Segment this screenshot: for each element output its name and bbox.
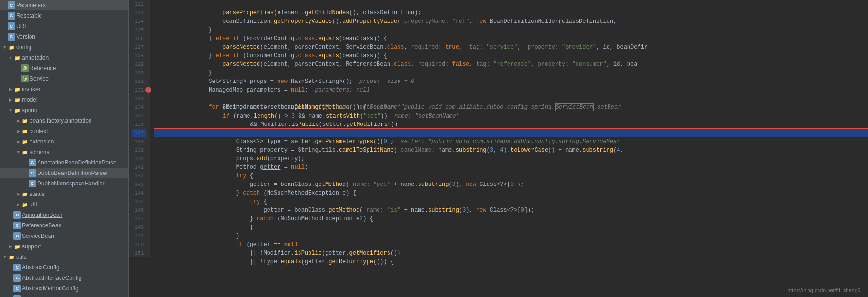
code-line-124: } <box>154 17 868 26</box>
sidebar-item-label: extension <box>30 138 54 145</box>
sidebar-item-dubbo-bean[interactable]: C DubboBeanDefinitionParser <box>0 168 128 178</box>
class-icon: C <box>8 22 15 30</box>
sidebar-item-annotation-bean[interactable]: C AnnotationBean <box>0 210 128 220</box>
code-line-134: if (name.length() > 3 && name.startsWith… <box>154 103 868 112</box>
sidebar-item-url[interactable]: C URL <box>0 21 128 31</box>
code-content: parseProperties(element.getChildNodes(),… <box>150 0 868 257</box>
code-line-140: Method getter = null; <box>154 154 868 163</box>
expand-icon <box>8 286 13 291</box>
expand-icon <box>2 2 8 8</box>
sidebar-item-label: support <box>22 243 41 250</box>
class-icon: C <box>13 295 21 297</box>
sidebar-item-resetable[interactable]: C Resetable <box>0 10 128 21</box>
folder-icon: 📁 <box>8 43 15 51</box>
expand-icon <box>2 23 8 29</box>
file-tree[interactable]: C Parameters C Resetable C URL C Version… <box>0 0 129 297</box>
code-line-148: } <box>154 223 868 232</box>
sidebar-item-model[interactable]: ▶ 📁 model <box>0 94 128 105</box>
sidebar-item-label: ReferenceBean <box>22 222 61 229</box>
sidebar-item-label: spring <box>22 107 38 113</box>
sidebar-item-service-bean[interactable]: C ServiceBean <box>0 231 128 241</box>
sidebar-item-label: Resetable <box>16 12 42 19</box>
code-editor[interactable]: 122 123 124 125 126 127 128 129 130 131 … <box>129 0 868 297</box>
sidebar-item-spring[interactable]: ▼ 📁 spring <box>0 105 128 115</box>
folder-icon: 📁 <box>8 253 15 261</box>
code-line-133: String name = setter.getName(); name: "s… <box>154 94 868 103</box>
sidebar-item-beans-factory[interactable]: ▶ 📁 beans.factory.annotation <box>0 115 128 126</box>
sidebar-item-status[interactable]: ▶ 📁 status <box>0 189 128 199</box>
code-line-141: try { <box>154 163 868 172</box>
code-line-150: || !Modifier.isPublic(getter.getModifier… <box>154 240 868 249</box>
expand-icon <box>8 265 13 270</box>
sidebar-item-service[interactable]: @ Service <box>0 73 128 84</box>
expand-icon <box>23 181 29 186</box>
sidebar-item-schema[interactable]: ▼ 📁 schema <box>0 147 128 157</box>
expand-icon <box>2 34 8 40</box>
sidebar-item-context[interactable]: ▶ 📁 context <box>0 126 128 136</box>
expand-icon <box>15 65 21 71</box>
sidebar-item-reference-bean[interactable]: C ReferenceBean <box>0 220 128 231</box>
sidebar-item-config[interactable]: ▼ 📁 config <box>0 42 128 52</box>
code-line-145: getter = beanClass.getMethod( name: "is"… <box>154 197 868 206</box>
sidebar-item-label: Parameters <box>16 2 46 9</box>
sidebar-item-dubbo-ns[interactable]: C DubboNamespaceHandler <box>0 178 128 189</box>
folder-icon: 📁 <box>21 190 29 198</box>
sidebar-item-reference[interactable]: @ Reference <box>0 63 128 73</box>
sidebar-item-label: DubboNamespaceHandler <box>37 180 104 187</box>
code-line-143: } catch (NoSuchMethodException e) { <box>154 180 868 189</box>
sidebar-item-annotation[interactable]: ▼ 📁 annotation <box>0 52 128 63</box>
sidebar-item-label: Reference <box>30 65 56 72</box>
sidebar-item-abstract-method[interactable]: C AbstractMethodConfig <box>0 283 128 294</box>
class-icon: C <box>8 1 15 9</box>
code-line-151: || !type.equals(getter.getReturnType()))… <box>154 249 868 257</box>
class-icon: C <box>29 180 36 187</box>
folder-icon: 📁 <box>13 106 21 114</box>
sidebar-item-parameters[interactable]: C Parameters <box>0 0 128 10</box>
expand-icon: ▶ <box>15 202 21 207</box>
code-line-149: if (getter == null <box>154 232 868 240</box>
sidebar-item-abstract-config[interactable]: C AbstractConfig <box>0 262 128 273</box>
code-line-131: ManagedMap parameters = null; parameters… <box>154 77 868 86</box>
sidebar-item-extension[interactable]: ▶ 📁 extension <box>0 136 128 147</box>
expand-icon: ▶ <box>15 191 21 197</box>
code-line-130: Set<String> props = new HashSet<String>(… <box>154 69 868 77</box>
folder-icon: 📁 <box>21 117 29 124</box>
code-line-123: beanDefinition.getPropertyValues().addPr… <box>154 9 868 17</box>
folder-icon: 📁 <box>13 54 21 61</box>
expand-icon <box>23 170 29 176</box>
expand-icon: ▶ <box>8 244 13 249</box>
sidebar-item-support[interactable]: ▶ 📁 support <box>0 241 128 252</box>
sidebar-item-label: AnnotationBeanDefinitionParse <box>37 159 117 166</box>
footer-link: https://blog.csdn.net/fd_sheng6 <box>788 287 860 293</box>
sidebar-item-invoker[interactable]: ▶ 📁 invoker <box>0 84 128 94</box>
sidebar-item-label: annotation <box>22 54 49 61</box>
sidebar-item-label: URL <box>16 23 28 30</box>
sidebar-item-util[interactable]: ▶ 📁 util <box>0 199 128 210</box>
sidebar-item-version[interactable]: C Version <box>0 31 128 42</box>
sidebar-item-label: invoker <box>22 86 40 92</box>
sidebar-item-abstract-ref[interactable]: C AbstractReferenceConfig <box>0 294 128 297</box>
sidebar-item-label: model <box>22 96 38 103</box>
sidebar-item-utils[interactable]: ▼ 📁 utils <box>0 252 128 262</box>
code-line-129: } <box>154 60 868 69</box>
code-line-126: parseNested(element, parserContext, Serv… <box>154 34 868 43</box>
class-icon: C <box>13 211 21 219</box>
sidebar-item-label: AbstractInterfaceConfig <box>22 275 81 281</box>
expand-icon: ▼ <box>15 149 21 155</box>
sidebar-item-label: config <box>16 44 31 51</box>
annotation-icon: @ <box>21 75 29 82</box>
sidebar-item-anno-bean[interactable]: C AnnotationBeanDefinitionParse <box>0 157 128 168</box>
code-line-139: props.add(property); <box>154 146 868 154</box>
class-icon: C <box>8 33 15 41</box>
expand-icon: ▶ <box>15 139 21 144</box>
class-icon: C <box>13 264 21 271</box>
expand-icon <box>15 76 21 82</box>
sidebar-item-label: AbstractMethodConfig <box>22 285 79 292</box>
expand-icon <box>8 223 13 228</box>
sidebar-item-abstract-iface[interactable]: C AbstractInterfaceConfig <box>0 273 128 283</box>
expand-icon: ▼ <box>8 55 13 61</box>
folder-icon: 📁 <box>13 85 21 93</box>
expand-icon: ▶ <box>15 128 21 134</box>
code-line-136: && setter.getParameterTypes().length == … <box>154 120 868 129</box>
expand-icon <box>23 160 29 165</box>
